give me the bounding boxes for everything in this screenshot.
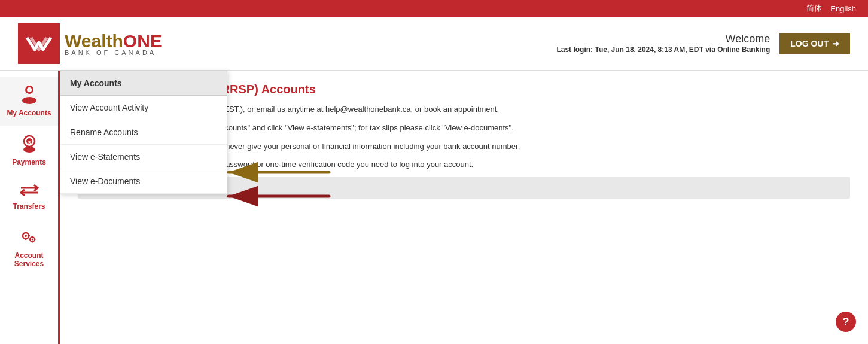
top-bar: 简体 English (0, 0, 868, 17)
lang-english[interactable]: English (830, 4, 856, 13)
svg-point-13 (25, 235, 27, 237)
svg-line-3 (23, 91, 25, 93)
logout-button[interactable]: LOG OUT ➜ (779, 33, 850, 54)
dropdown-item-view-activity[interactable]: View Account Activity (60, 96, 227, 120)
header: WealthONE BANK OF CANADA Welcome Last lo… (0, 17, 868, 71)
welcome-area: Welcome Last login: Tue, Jun 18, 2024, 8… (556, 33, 770, 54)
svg-point-9 (23, 147, 35, 153)
svg-line-4 (34, 91, 35, 93)
logo-area: WealthONE BANK OF CANADA (18, 23, 167, 64)
sidebar-item-accounts-label: My Accounts (7, 109, 51, 117)
welcome-text: Welcome (556, 33, 770, 45)
sidebar-item-account-services[interactable]: Account Services (0, 219, 58, 276)
dropdown-item-rename-accounts[interactable]: Rename Accounts (60, 120, 227, 145)
accounts-dropdown-menu: My Accounts View Account Activity Rename… (60, 71, 227, 194)
sidebar-item-payments-label: Payments (12, 158, 46, 166)
logo-one: ONE (123, 31, 162, 51)
sidebar-item-accounts[interactable]: My Accounts (0, 77, 58, 126)
sidebar-item-payments[interactable]: $ Payments (0, 126, 58, 175)
logo-wealth: Wealth (65, 31, 123, 51)
sidebar-item-transfers-label: Transfers (13, 202, 45, 211)
dropdown-header: My Accounts (60, 71, 227, 96)
logout-arrow-icon: ➜ (832, 39, 839, 48)
dropdown-item-view-edocuments[interactable]: View e-Documents (60, 169, 227, 194)
logo-icon (18, 23, 60, 64)
last-login-label: Last login: (556, 45, 593, 54)
sidebar-item-account-services-label: Account Services (5, 251, 53, 268)
header-right: Welcome Last login: Tue, Jun 18, 2024, 8… (556, 33, 850, 54)
last-login: Last login: Tue, Jun 18, 2024, 8:13 AM, … (556, 45, 770, 54)
accounts-icon (19, 85, 40, 106)
sidebar-item-transfers[interactable]: Transfers (0, 175, 58, 219)
logout-label: LOG OUT (790, 39, 829, 48)
svg-text:$: $ (28, 140, 31, 145)
sidebar: My Accounts $ Payments (0, 71, 60, 344)
payments-icon: $ (19, 134, 40, 156)
help-button[interactable]: ? (836, 312, 856, 332)
lang-simplified-chinese[interactable]: 简体 (806, 3, 822, 14)
transfers-icon (19, 183, 40, 200)
logo-text: WealthONE BANK OF CANADA (60, 31, 167, 56)
account-services-icon (19, 227, 40, 249)
main-layout: My Accounts $ Payments (0, 71, 868, 344)
logo-chevron-svg (24, 32, 54, 56)
logo-subtitle: BANK OF CANADA (65, 49, 162, 56)
svg-point-2 (22, 97, 36, 104)
last-login-value: Tue, Jun 18, 2024, 8:13 AM, EDT via Onli… (595, 45, 770, 54)
svg-point-1 (27, 87, 32, 92)
dropdown-item-view-estatements[interactable]: View e-Statements (60, 145, 227, 169)
svg-point-19 (31, 239, 33, 241)
